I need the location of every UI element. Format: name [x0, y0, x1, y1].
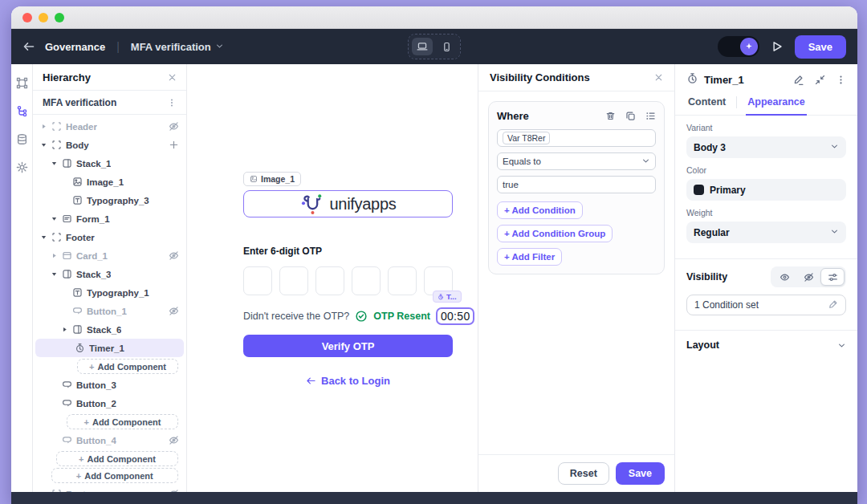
- collapse-icon[interactable]: [815, 75, 825, 85]
- layout-section-header[interactable]: Layout: [675, 331, 857, 360]
- caret-icon[interactable]: [40, 234, 47, 241]
- otp-digit-input[interactable]: [388, 266, 417, 295]
- variable-token[interactable]: Var T8Rer: [503, 132, 550, 144]
- add-filter-button[interactable]: + Add Filter: [497, 248, 562, 266]
- logo-wordmark: unifyapps: [330, 195, 397, 213]
- color-select[interactable]: Primary: [686, 179, 846, 201]
- value-input[interactable]: [503, 180, 650, 189]
- where-label: Where: [497, 110, 605, 122]
- tree-item-stack_3[interactable]: Stack_3: [33, 265, 186, 283]
- tree-item-footer[interactable]: Footer: [33, 485, 186, 492]
- database-icon[interactable]: [16, 133, 28, 145]
- caret-icon[interactable]: [51, 252, 58, 259]
- tree-item-button_3[interactable]: Button_3: [33, 376, 186, 394]
- minimize-window-button[interactable]: [39, 13, 48, 22]
- otp-digit-input[interactable]: [315, 266, 344, 295]
- otp-digit-input[interactable]: [352, 266, 381, 295]
- tree-item-typography_1[interactable]: Typography_1: [33, 283, 186, 302]
- add-component-button[interactable]: +Add Component: [67, 414, 178, 429]
- tab-divider: [736, 96, 737, 108]
- visible-option[interactable]: [772, 268, 796, 286]
- tree-item-button_4[interactable]: Button_4: [33, 431, 186, 449]
- timer-selection-chip[interactable]: T...: [433, 291, 462, 303]
- preview-play-button[interactable]: [771, 40, 784, 53]
- tree-item-label: Stack_1: [76, 159, 111, 169]
- back-to-login-link[interactable]: Back to Login: [243, 375, 453, 387]
- caret-icon[interactable]: [61, 326, 68, 333]
- reset-button[interactable]: Reset: [558, 462, 609, 485]
- pencil-icon[interactable]: [828, 299, 838, 311]
- caret-icon[interactable]: [51, 160, 58, 167]
- design-canvas[interactable]: Image_1 unifyapps Enter 6-digit OTP Didn…: [187, 64, 478, 492]
- tree-icon[interactable]: [16, 105, 28, 117]
- close-icon[interactable]: [168, 73, 177, 82]
- trash-icon[interactable]: [605, 111, 616, 121]
- mobile-preview-button[interactable]: [436, 38, 457, 55]
- eye-off-icon[interactable]: [169, 250, 179, 261]
- save-button[interactable]: Save: [795, 35, 846, 59]
- add-component-button[interactable]: +Add Component: [77, 359, 178, 374]
- add-component-button[interactable]: +Add Component: [51, 468, 179, 483]
- tree-item-label: Button_3: [76, 380, 116, 390]
- tab-content[interactable]: Content: [686, 92, 727, 115]
- kebab-menu-icon[interactable]: [167, 98, 177, 108]
- page-switcher[interactable]: MFA verification: [131, 41, 224, 53]
- eye-off-icon[interactable]: [169, 306, 179, 316]
- zoom-window-button[interactable]: [55, 13, 64, 22]
- tree-item-typography_3[interactable]: Typography_3: [33, 191, 186, 209]
- variant-select[interactable]: Body 3: [686, 136, 846, 158]
- value-field[interactable]: [497, 176, 656, 193]
- tree-item-stack_1[interactable]: Stack_1: [33, 154, 186, 173]
- tree-item-button_2[interactable]: Button_2: [33, 394, 186, 413]
- kebab-menu-icon[interactable]: [836, 75, 846, 85]
- copy-icon[interactable]: [625, 111, 636, 121]
- edit-icon[interactable]: [793, 75, 804, 86]
- close-window-button[interactable]: [22, 13, 32, 22]
- add-condition-button[interactable]: + Add Condition: [497, 201, 583, 219]
- tree-item-stack_6[interactable]: Stack_6: [33, 320, 186, 339]
- hierarchy-page-row[interactable]: MFA verification: [33, 91, 186, 115]
- otp-digit-input[interactable]: [279, 266, 308, 295]
- timer-component[interactable]: T... 00:50: [436, 307, 475, 325]
- gear-icon[interactable]: [16, 161, 28, 173]
- hierarchy-panel: Hierarchy MFA verification HeaderBodySta…: [33, 64, 187, 492]
- tree-item-form_1[interactable]: Form_1: [33, 209, 186, 228]
- condition-field-input[interactable]: Var T8Rer: [497, 129, 656, 147]
- conditions-save-button[interactable]: Save: [616, 462, 665, 485]
- plus-icon[interactable]: [169, 140, 179, 150]
- eye-off-icon[interactable]: [169, 435, 179, 445]
- caret-icon[interactable]: [40, 141, 47, 148]
- tree-item-card_1[interactable]: Card_1: [33, 246, 186, 265]
- caret-icon[interactable]: [40, 123, 47, 130]
- appearance-section: Variant Body 3 Color Primary Weight Regu…: [675, 116, 857, 254]
- desktop-preview-button[interactable]: [412, 38, 433, 55]
- add-component-button[interactable]: +Add Component: [56, 451, 178, 466]
- add-condition-group-button[interactable]: + Add Condition Group: [497, 225, 613, 242]
- tree-item-footer[interactable]: Footer: [33, 228, 186, 246]
- tree-item-header[interactable]: Header: [33, 117, 186, 136]
- operator-select[interactable]: Equals to: [497, 152, 656, 170]
- tree-item-image_1[interactable]: Image_1: [33, 173, 186, 191]
- list-icon[interactable]: [645, 111, 656, 121]
- hidden-option[interactable]: [796, 268, 820, 286]
- back-arrow-icon[interactable]: [22, 40, 35, 53]
- otp-digit-input[interactable]: [243, 266, 272, 295]
- tab-appearance[interactable]: Appearance: [746, 92, 807, 116]
- condition-set-field[interactable]: 1 Condition set: [686, 295, 846, 315]
- conditional-option[interactable]: [820, 268, 845, 286]
- weight-select[interactable]: Regular: [686, 222, 846, 243]
- verify-otp-button[interactable]: Verify OTP: [243, 335, 453, 357]
- caret-icon[interactable]: [51, 215, 58, 222]
- close-icon[interactable]: [654, 73, 663, 82]
- image-selection-chip[interactable]: Image_1: [243, 172, 301, 186]
- tree-item-body[interactable]: Body: [33, 136, 186, 154]
- eye-off-icon[interactable]: [169, 121, 179, 132]
- tree-item-button_1[interactable]: Button_1: [33, 302, 186, 320]
- artboard-icon[interactable]: [16, 77, 28, 89]
- caret-icon[interactable]: [51, 270, 58, 278]
- ai-mode-toggle[interactable]: [718, 36, 759, 57]
- tree-item-timer_1[interactable]: Timer_1: [35, 339, 184, 357]
- timer-icon: [438, 294, 444, 300]
- tree-item-label: Button_1: [87, 307, 127, 316]
- logo-image[interactable]: unifyapps: [243, 190, 453, 217]
